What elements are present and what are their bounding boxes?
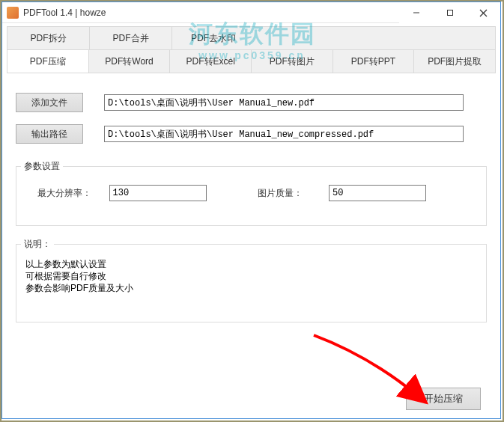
tab-pdf-watermark[interactable]: PDF去水印 (172, 27, 255, 49)
notes-line: 参数会影响PDF质量及大小 (25, 282, 477, 294)
output-path-input[interactable] (104, 126, 464, 142)
tab-pdf-compress[interactable]: PDF压缩 (7, 50, 89, 73)
add-file-button[interactable]: 添加文件 (16, 93, 83, 112)
maximize-button[interactable] (433, 2, 467, 23)
close-button[interactable] (467, 2, 500, 23)
params-legend: 参数设置 (21, 160, 63, 173)
params-fieldset: 参数设置 最大分辨率： 图片质量： (16, 166, 487, 226)
svg-rect-1 (447, 10, 452, 16)
tab-pdf-split[interactable]: PDF拆分 (7, 27, 90, 49)
notes-line: 可根据需要自行修改 (25, 270, 477, 282)
titlebar: PDFTool 1.4 | howze (2, 2, 500, 23)
tab-filler (255, 27, 495, 49)
notes-fieldset: 说明： 以上参数为默认设置 可根据需要自行修改 参数会影响PDF质量及大小 (16, 244, 487, 322)
output-path-button[interactable]: 输出路径 (16, 124, 83, 144)
start-compress-button[interactable]: 开始压缩 (406, 388, 481, 410)
quality-label: 图片质量： (258, 187, 330, 200)
max-res-input[interactable] (109, 185, 207, 201)
file-path-input[interactable] (104, 94, 464, 111)
quality-input[interactable] (329, 185, 426, 201)
app-icon (7, 7, 19, 19)
tab-pdf-to-image[interactable]: PDF转图片 (252, 50, 333, 73)
window-title: PDFTool 1.4 | howze (23, 7, 106, 18)
tab-pdf-to-word[interactable]: PDF转Word (89, 50, 171, 73)
notes-legend: 说明： (21, 238, 54, 251)
tab-pdf-to-excel[interactable]: PDF转Excel (170, 50, 252, 73)
notes-line: 以上参数为默认设置 (25, 258, 477, 270)
tab-pdf-to-ppt[interactable]: PDF转PPT (333, 50, 415, 73)
tab-pdf-merge[interactable]: PDF合并 (90, 27, 172, 49)
minimize-button[interactable] (399, 2, 433, 23)
tab-pdf-extract-image[interactable]: PDF图片提取 (414, 50, 495, 73)
max-res-label: 最大分辨率： (37, 187, 109, 200)
